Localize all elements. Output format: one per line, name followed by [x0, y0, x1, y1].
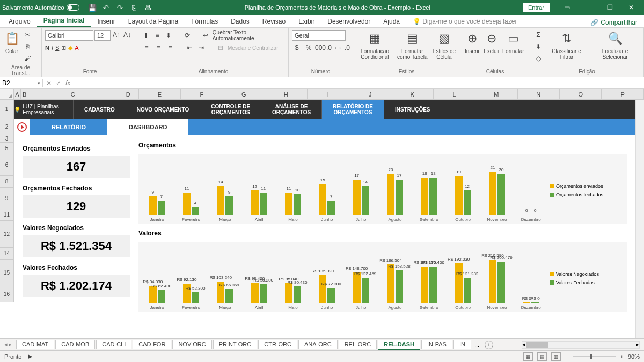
column-header[interactable]: H — [265, 89, 307, 99]
maximize-icon[interactable]: ❐ — [599, 0, 620, 15]
menu-tab-revisão[interactable]: Revisão — [256, 16, 292, 27]
wrap-text-label[interactable]: Quebrar Texto Automaticamente — [213, 29, 285, 41]
nav-instruções[interactable]: INSTRUÇÕES — [384, 100, 441, 119]
align-center-icon[interactable]: ≡ — [153, 43, 163, 53]
increase-indent-icon[interactable]: ⇥ — [196, 43, 206, 53]
column-header[interactable]: B — [21, 89, 28, 99]
vertical-scrollbar[interactable] — [635, 100, 644, 338]
insert-cells-icon[interactable]: ⊕ — [464, 30, 481, 47]
sheet-tab-rel-orc[interactable]: REL-ORC — [339, 340, 377, 349]
sheet-tab-print-orc[interactable]: PRINT-ORC — [213, 340, 258, 349]
decrease-font-icon[interactable]: A↓ — [122, 30, 132, 40]
conditional-format-icon[interactable]: ▦ — [366, 30, 383, 47]
menu-tab-layout-da-página[interactable]: Layout da Página — [122, 16, 185, 27]
sheet-nav-arrows[interactable]: ◂▸ — [4, 341, 12, 348]
tell-me-search[interactable]: 💡 Diga-me o que você deseja fazer — [406, 16, 523, 27]
subnav-relatório[interactable]: RELATÓRIO — [30, 119, 107, 135]
bold-button[interactable]: N — [45, 45, 49, 51]
sort-filter-icon[interactable]: ⇅ — [558, 30, 575, 47]
add-sheet-button[interactable]: + — [485, 341, 493, 349]
row-header[interactable]: 6 — [0, 154, 14, 176]
menu-tab-dados[interactable]: Dados — [224, 16, 256, 27]
column-header[interactable]: A — [14, 89, 21, 99]
increase-font-icon[interactable]: A↑ — [112, 30, 121, 40]
column-header[interactable]: M — [475, 89, 517, 99]
minimize-icon[interactable]: — — [577, 0, 599, 15]
share-button[interactable]: 🔗 Compartilhar — [586, 18, 642, 27]
align-left-icon[interactable]: ≡ — [142, 43, 151, 53]
percent-icon[interactable]: % — [304, 43, 313, 53]
sheet-tab-nov-orc[interactable]: NOV-ORC — [172, 340, 211, 349]
wrap-text-icon[interactable]: ↩ — [201, 31, 210, 40]
column-header[interactable]: N — [518, 89, 560, 99]
sheet-tab-cad-for[interactable]: CAD-FOR — [133, 340, 171, 349]
cancel-formula-icon[interactable]: ✕ — [46, 79, 52, 87]
autosum-icon[interactable]: Σ — [533, 30, 543, 40]
delete-cells-icon[interactable]: ⊖ — [483, 30, 500, 47]
align-top-icon[interactable]: ⬆ — [142, 31, 151, 40]
align-middle-icon[interactable]: ≡ — [153, 31, 162, 40]
menu-tab-ajuda[interactable]: Ajuda — [377, 16, 406, 27]
menu-tab-exibir[interactable]: Exibir — [292, 16, 321, 27]
decrease-decimal-icon[interactable]: ←.0 — [339, 43, 349, 53]
name-box[interactable]: B2 — [0, 79, 43, 87]
merge-icon[interactable]: ⊟ — [216, 43, 225, 53]
row-header[interactable]: 5 — [0, 143, 14, 154]
zoom-level[interactable]: 90% — [628, 353, 640, 360]
column-header[interactable]: O — [560, 89, 602, 99]
thousands-icon[interactable]: 000 — [316, 43, 325, 53]
row-header[interactable]: 2 — [0, 119, 14, 135]
page-layout-icon[interactable]: ▤ — [537, 352, 547, 361]
enter-formula-icon[interactable]: ✓ — [56, 79, 61, 87]
sheet-tab-in-pas[interactable]: IN-PAS — [421, 340, 452, 349]
zoom-slider[interactable] — [573, 356, 616, 357]
row-header[interactable]: 15 — [0, 260, 14, 286]
column-header[interactable]: P — [602, 89, 643, 99]
column-header[interactable]: E — [139, 89, 181, 99]
column-header[interactable]: K — [391, 89, 433, 99]
clear-icon[interactable]: ◇ — [533, 54, 543, 63]
align-right-icon[interactable]: ≡ — [165, 43, 175, 53]
increase-decimal-icon[interactable]: .0→ — [327, 43, 337, 53]
orientation-icon[interactable]: ⟳ — [182, 31, 192, 40]
close-icon[interactable]: ✕ — [620, 0, 642, 15]
column-header[interactable]: G — [223, 89, 265, 99]
align-bottom-icon[interactable]: ⬇ — [164, 31, 173, 40]
sheet-tab-cad-mat[interactable]: CAD-MAT — [16, 340, 54, 349]
italic-button[interactable]: I — [52, 45, 53, 51]
ribbon-options-icon[interactable]: ▭ — [556, 0, 577, 15]
row-header[interactable]: 3 — [0, 135, 14, 143]
macro-record-icon[interactable]: ▶ — [28, 353, 32, 360]
row-header[interactable]: 16 — [0, 286, 14, 302]
signin-button[interactable]: Entrar — [523, 3, 550, 12]
quickprint-icon[interactable]: 🖶 — [144, 3, 152, 12]
page-break-icon[interactable]: ▥ — [551, 352, 561, 361]
play-button[interactable] — [14, 119, 30, 135]
underline-button[interactable]: S — [55, 45, 59, 51]
font-size-select[interactable]: 12 — [94, 30, 111, 41]
select-all-corner[interactable] — [0, 89, 14, 99]
redo-icon[interactable]: ↷ — [116, 3, 125, 12]
sheet-tab-cad-cli[interactable]: CAD-CLI — [96, 340, 131, 349]
menu-tab-página-inicial[interactable]: Página Inicial — [37, 14, 91, 27]
cut-icon[interactable]: ✂ — [23, 30, 32, 40]
nav-cadastro[interactable]: CADASTRO — [73, 100, 126, 119]
nav-controle-de-orçamentos[interactable]: CONTROLE DEORÇAMENTOS — [200, 100, 261, 119]
more-sheets[interactable]: ... — [472, 342, 481, 348]
format-cells-icon[interactable]: ▭ — [504, 30, 522, 47]
row-header[interactable]: 1 — [0, 100, 14, 119]
row-header[interactable]: 9 — [0, 188, 14, 209]
column-header[interactable]: J — [349, 89, 391, 99]
toggle-switch[interactable] — [67, 4, 79, 11]
nav-relatório-de-orçamentos[interactable]: RELATÓRIO DEORÇAMENTOS — [321, 100, 384, 119]
currency-icon[interactable]: $ — [292, 43, 302, 53]
merge-label[interactable]: Mesclar e Centralizar — [228, 45, 278, 51]
format-painter-icon[interactable]: 🖌 — [23, 54, 32, 63]
zoom-in-icon[interactable]: + — [620, 353, 624, 360]
fx-icon[interactable]: fx — [65, 79, 70, 87]
sheet-tab-cad-mob[interactable]: CAD-MOB — [55, 340, 95, 349]
undo-icon[interactable]: ↶ — [102, 3, 111, 12]
column-header[interactable]: C — [28, 89, 118, 99]
decrease-indent-icon[interactable]: ⇤ — [185, 43, 194, 53]
column-header[interactable]: D — [118, 89, 139, 99]
